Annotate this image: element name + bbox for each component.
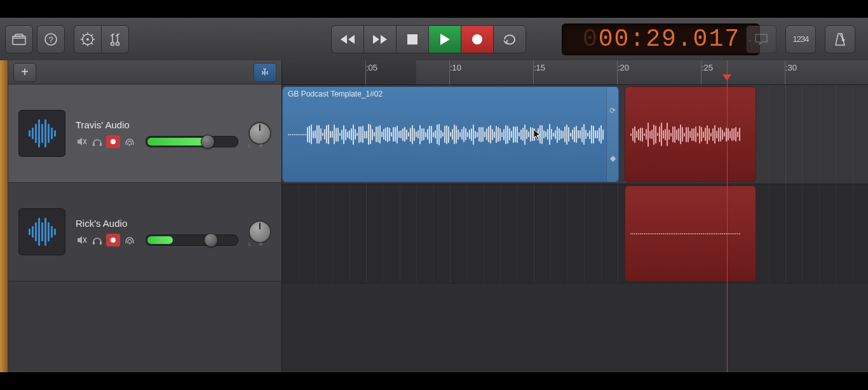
ruler-tick: :05 — [366, 63, 377, 72]
svg-point-8 — [472, 34, 482, 44]
rewind-button[interactable] — [331, 25, 363, 53]
cycle-button[interactable] — [493, 25, 526, 53]
svg-rect-9 — [841, 38, 845, 42]
mute-button[interactable] — [76, 135, 88, 148]
fade-icon: ◆ — [610, 154, 616, 163]
svg-point-4 — [86, 38, 89, 41]
svg-rect-11 — [100, 143, 102, 146]
track-filter-button[interactable]: ›ǐ‹ — [254, 63, 276, 82]
svg-rect-14 — [100, 241, 102, 245]
track-header[interactable]: Travis' AudioL R — [8, 84, 281, 183]
region-loop-handle[interactable]: ⟳◆ — [606, 87, 618, 182]
svg-point-6 — [116, 42, 119, 45]
input-monitor-button[interactable] — [123, 135, 137, 148]
playhead[interactable] — [727, 60, 728, 372]
help-button[interactable]: ? — [37, 25, 65, 53]
volume-slider[interactable] — [146, 136, 238, 147]
loop-icon: ⟳ — [609, 106, 616, 115]
time-display[interactable]: 000:29.017 ⌄ — [562, 24, 760, 55]
waveform — [630, 215, 742, 253]
waveform — [630, 116, 742, 154]
workspace: + ›ǐ‹ Travis' AudioL RRick's AudioL R :0… — [0, 60, 868, 372]
svg-point-15 — [129, 242, 131, 244]
stop-button[interactable] — [396, 25, 428, 53]
solo-headphones-button[interactable] — [91, 135, 104, 148]
ruler-cycle-region[interactable] — [282, 60, 416, 84]
transport-controls — [331, 25, 526, 53]
record-enable-button[interactable] — [106, 234, 120, 246]
toolbar: ? 000:29.017 ⌄ 1234 — [0, 18, 868, 60]
count-in-button[interactable]: 1234 — [785, 25, 816, 53]
svg-rect-10 — [93, 143, 95, 146]
library-button[interactable] — [5, 25, 33, 53]
record-button[interactable] — [461, 25, 493, 53]
time-ruler[interactable]: :05:10:15:20:25:30 — [282, 60, 868, 85]
metronome-button[interactable] — [825, 25, 855, 53]
record-enable-button[interactable] — [106, 135, 120, 148]
app-window: ? 000:29.017 ⌄ 1234 — [0, 18, 868, 372]
track-header-toolbar: + ›ǐ‹ — [8, 60, 281, 84]
add-track-button[interactable]: + — [13, 63, 36, 82]
solo-headphones-button[interactable] — [91, 234, 104, 246]
timeline[interactable]: :05:10:15:20:25:30 GB Podcast Template_1… — [282, 60, 868, 372]
track-header-panel: + ›ǐ‹ Travis' AudioL RRick's AudioL R — [8, 60, 282, 372]
svg-point-5 — [111, 42, 114, 45]
svg-rect-13 — [93, 241, 95, 245]
forward-button[interactable] — [363, 25, 396, 53]
audio-region[interactable] — [625, 185, 757, 281]
play-button[interactable] — [428, 25, 461, 53]
mute-button[interactable] — [76, 234, 88, 246]
time-value: 000:29.017 — [583, 25, 740, 53]
note-pad-button[interactable] — [746, 25, 776, 53]
ruler-tick: :30 — [785, 63, 797, 72]
svg-rect-0 — [13, 36, 25, 44]
ruler-tick: :15 — [534, 63, 545, 72]
edge-strip — [0, 60, 8, 372]
track-name[interactable]: Rick's Audio — [76, 218, 240, 229]
svg-rect-7 — [407, 34, 417, 44]
track-lane[interactable]: GB Podcast Template_1#02⟳◆ — [282, 85, 868, 184]
ruler-tick: :25 — [702, 63, 713, 72]
beat-label: 1234 — [793, 34, 809, 44]
input-monitor-button[interactable] — [123, 234, 137, 246]
audio-region[interactable]: GB Podcast Template_1#02⟳◆ — [282, 86, 619, 182]
track-name[interactable]: Travis' Audio — [76, 119, 240, 130]
track-header[interactable]: Rick's AudioL R — [8, 183, 281, 281]
ruler-tick: :20 — [618, 63, 629, 72]
smart-controls-button[interactable] — [74, 25, 101, 53]
pan-knob[interactable] — [248, 220, 271, 243]
region-label: GB Podcast Template_1#02 — [283, 87, 388, 101]
track-icon — [18, 208, 65, 255]
track-icon — [18, 110, 65, 157]
ruler-tick: :10 — [450, 63, 461, 72]
waveform — [288, 116, 604, 154]
track-lane[interactable] — [282, 184, 868, 283]
audio-region[interactable] — [625, 86, 757, 182]
editors-button[interactable] — [101, 25, 129, 53]
svg-point-12 — [129, 144, 131, 145]
volume-slider[interactable] — [146, 234, 238, 246]
svg-text:?: ? — [48, 35, 53, 44]
pan-knob[interactable] — [248, 122, 271, 145]
